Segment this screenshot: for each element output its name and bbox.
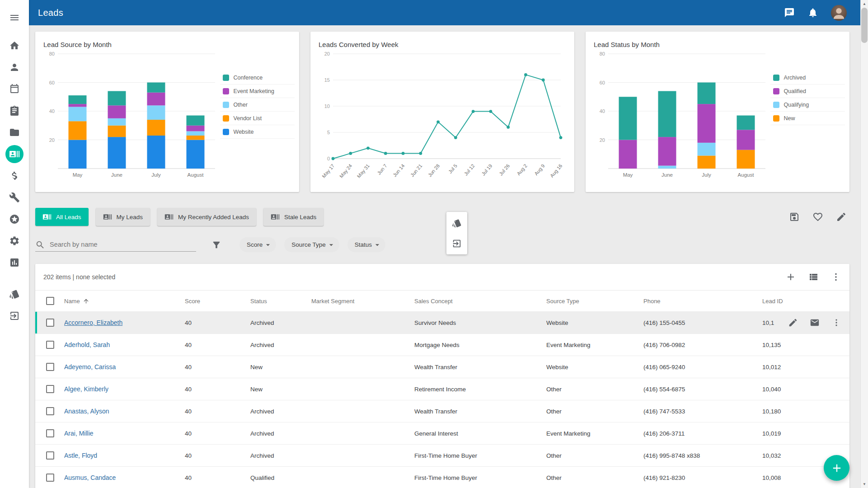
scrollbar-thumb[interactable]	[861, 8, 868, 43]
table-row[interactable]: Astle, Floyd40ArchivedFirst-Time Home Bu…	[35, 445, 849, 467]
column-header-status[interactable]: Status	[250, 298, 311, 305]
table-row[interactable]: Accornero, Elizabeth40ArchivedSurvivor N…	[35, 312, 849, 334]
add-lead-fab[interactable]	[824, 455, 849, 481]
cell-status: Qualified	[250, 474, 311, 481]
sidebar-item-documents[interactable]	[0, 122, 29, 143]
view-button-my-leads[interactable]: My Leads	[96, 208, 150, 226]
sidebar-item-sales[interactable]	[0, 165, 29, 187]
row-edit-icon[interactable]	[788, 318, 798, 328]
lead-name-link[interactable]: Algee, Kimberly	[64, 385, 108, 393]
select-all-checkbox[interactable]	[46, 297, 54, 305]
home-icon	[9, 40, 20, 51]
table-row[interactable]: Arai, Millie40ArchivedGeneral InterestEv…	[35, 422, 849, 445]
quick-actions-panel	[446, 212, 467, 254]
leads-icon	[164, 212, 174, 221]
row-checkbox[interactable]	[46, 341, 54, 349]
row-checkbox[interactable]	[46, 363, 54, 371]
chevron-down-icon	[263, 240, 272, 249]
table-row[interactable]: Adeyemo, Carissa40NewWealth TransferWebs…	[35, 356, 849, 378]
table-row[interactable]: Ausmus, Candace40QualifiedFirst-Time Hom…	[35, 467, 849, 488]
chat-icon[interactable]	[784, 7, 795, 18]
legend-item: Archived	[770, 71, 845, 84]
sidebar-item-favorites[interactable]	[0, 208, 29, 230]
legend-item: Qualified	[770, 84, 845, 98]
filter-icon[interactable]	[211, 240, 221, 250]
svg-text:July: July	[702, 172, 711, 178]
chart-title: Lead Source by Month	[43, 41, 295, 48]
filter-chip-score[interactable]: Score	[239, 237, 276, 252]
legend-label: Other	[234, 102, 248, 108]
filter-chip-source-type[interactable]: Source Type	[284, 237, 339, 252]
sidebar-item-reports[interactable]	[0, 252, 29, 273]
column-header-sales-concept[interactable]: Sales Concept	[414, 298, 546, 305]
row-checkbox[interactable]	[46, 429, 54, 437]
cell-phone: (416) 747-5533	[643, 408, 762, 415]
cell-status: New	[250, 386, 311, 393]
view-list-icon[interactable]	[808, 272, 819, 282]
row-email-icon[interactable]	[810, 318, 820, 328]
view-button-all-leads[interactable]: All Leads	[35, 208, 89, 226]
avatar[interactable]	[831, 5, 847, 21]
view-button-stale-leads[interactable]: Stale Leads	[263, 208, 324, 226]
row-more-icon[interactable]	[831, 318, 841, 328]
cell-score: 40	[185, 474, 250, 481]
column-header-name[interactable]: Name	[64, 298, 185, 305]
add-icon[interactable]	[785, 272, 796, 282]
sidebar-item-leads[interactable]	[0, 143, 29, 165]
lead-name-link[interactable]: Arai, Millie	[64, 430, 94, 437]
sidebar-item-tags[interactable]	[0, 283, 29, 305]
filter-chip-status[interactable]: Status	[347, 237, 385, 252]
sidebar-item-profile[interactable]	[0, 56, 29, 78]
menu-button[interactable]	[0, 7, 29, 28]
more-icon[interactable]	[830, 272, 841, 282]
sidebar-item-exit[interactable]	[0, 305, 29, 327]
cell-source-type: Other	[546, 408, 643, 415]
legend-label: New	[784, 115, 795, 122]
view-button-label: My Leads	[117, 214, 143, 221]
table-row[interactable]: Algee, Kimberly40NewRetirement IncomeOth…	[35, 378, 849, 400]
row-checkbox[interactable]	[46, 451, 54, 460]
lead-name-link[interactable]: Aderhold, Sarah	[64, 341, 110, 348]
search-input[interactable]	[35, 238, 196, 252]
column-header-phone[interactable]: Phone	[643, 298, 762, 305]
column-header-source-type[interactable]: Source Type	[546, 298, 643, 305]
sidebar-item-tasks[interactable]	[0, 100, 29, 122]
table-row[interactable]: Aderhold, Sarah40ArchivedMortgage NeedsE…	[35, 334, 849, 356]
svg-text:June: June	[662, 172, 673, 178]
favorite-icon[interactable]	[812, 211, 823, 222]
lead-name-link[interactable]: Accornero, Elizabeth	[64, 319, 122, 326]
sidebar-item-home[interactable]	[0, 35, 29, 56]
column-header-lead-id[interactable]: Lead ID	[762, 298, 849, 305]
row-checkbox[interactable]	[46, 474, 54, 482]
row-checkbox[interactable]	[46, 319, 54, 327]
table-summary: 202 items | none selected	[43, 273, 115, 281]
cell-status: Archived	[250, 319, 311, 326]
view-button-my-recently-added-leads[interactable]: My Recently Added Leads	[157, 208, 256, 226]
lead-name-link[interactable]: Astle, Floyd	[64, 452, 97, 459]
svg-text:May 24: May 24	[338, 163, 353, 179]
row-checkbox[interactable]	[46, 385, 54, 393]
sidebar-item-tools[interactable]	[0, 187, 29, 208]
scrollbar-down-arrow[interactable]: ▼	[861, 480, 868, 488]
scrollbar-up-arrow[interactable]: ▲	[861, 0, 868, 8]
lead-name-link[interactable]: Ausmus, Candace	[64, 474, 116, 481]
sidebar-item-settings[interactable]	[0, 230, 29, 252]
svg-text:0: 0	[327, 156, 330, 161]
table-row[interactable]: Anastas, Alyson40ArchivedWealth Transfer…	[35, 400, 849, 422]
column-header-score[interactable]: Score	[185, 298, 250, 305]
row-checkbox[interactable]	[46, 407, 54, 415]
notifications-icon[interactable]	[807, 7, 818, 18]
column-header-market-segment[interactable]: Market Segment	[311, 298, 414, 305]
svg-text:15: 15	[324, 77, 330, 83]
lead-name-link[interactable]: Adeyemo, Carissa	[64, 363, 116, 371]
legend-swatch	[223, 88, 229, 94]
legend-item: New	[770, 112, 845, 125]
sidebar-item-calendar[interactable]	[0, 78, 29, 100]
tags-button[interactable]	[446, 213, 467, 233]
filter-chip-label: Status	[355, 241, 372, 248]
page-scrollbar[interactable]: ▲ ▼	[860, 0, 868, 488]
edit-icon[interactable]	[836, 211, 847, 222]
save-icon[interactable]	[789, 211, 800, 222]
lead-name-link[interactable]: Anastas, Alyson	[64, 408, 109, 415]
export-button[interactable]	[446, 233, 467, 253]
